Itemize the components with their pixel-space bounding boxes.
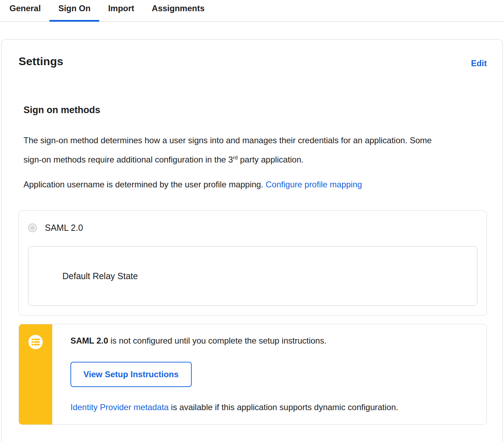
list-icon xyxy=(28,335,43,349)
warning-message-bold: SAML 2.0 xyxy=(70,336,108,345)
warning-content: SAML 2.0 is not configured until you com… xyxy=(52,324,486,424)
saml-radio-label: SAML 2.0 xyxy=(45,223,83,233)
saml-radio-row: SAML 2.0 xyxy=(28,223,477,233)
tab-general[interactable]: General xyxy=(1,0,49,22)
username-note: Application username is determined by th… xyxy=(23,176,439,193)
configure-profile-mapping-link[interactable]: Configure profile mapping xyxy=(266,180,362,189)
saml-setup-warning-banner: SAML 2.0 is not configured until you com… xyxy=(19,324,487,425)
ordinal-superscript: rd xyxy=(233,154,238,160)
default-relay-state-label: Default Relay State xyxy=(62,271,138,281)
metadata-note: Identity Provider metadata is available … xyxy=(70,402,472,412)
settings-card: Settings Edit Sign on methods The sign-o… xyxy=(1,39,503,442)
tab-import[interactable]: Import xyxy=(99,0,143,22)
warning-message-rest: is not configured until you complete the… xyxy=(108,336,327,345)
description-text-tail: party application. xyxy=(238,155,304,164)
username-note-text: Application username is determined by th… xyxy=(23,180,266,189)
saml-radio-button[interactable] xyxy=(28,223,37,232)
edit-link[interactable]: Edit xyxy=(471,58,487,68)
warning-message: SAML 2.0 is not configured until you com… xyxy=(70,336,472,346)
metadata-note-rest: is available if this application support… xyxy=(169,402,398,412)
settings-card-header: Settings Edit xyxy=(19,55,487,68)
page-title: Settings xyxy=(19,55,63,68)
tab-assignments[interactable]: Assignments xyxy=(143,0,213,22)
tab-sign-on[interactable]: Sign On xyxy=(49,0,99,22)
identity-provider-metadata-link[interactable]: Identity Provider metadata xyxy=(70,402,169,412)
app-tab-bar: General Sign On Import Assignments xyxy=(0,0,504,22)
saml-method-box: SAML 2.0 Default Relay State xyxy=(19,210,487,316)
view-setup-instructions-button[interactable]: View Setup Instructions xyxy=(70,362,192,387)
default-relay-state-field: Default Relay State xyxy=(28,246,477,306)
warning-stripe xyxy=(19,324,52,424)
description-text: The sign-on method determines how a user… xyxy=(23,136,432,164)
sign-on-methods-heading: Sign on methods xyxy=(23,105,487,116)
sign-on-methods-description: The sign-on method determines how a user… xyxy=(23,132,439,168)
